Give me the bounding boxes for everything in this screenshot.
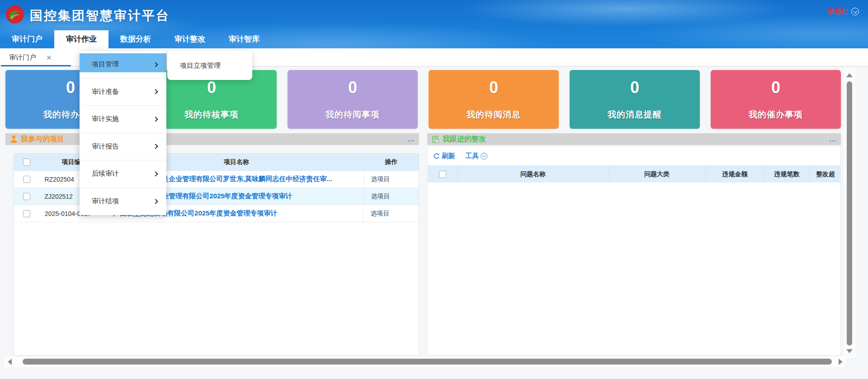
row-checkbox[interactable]: [23, 176, 30, 183]
project-name-link[interactable]: 业管理有限公司2025年度资金管理专项审计: [162, 192, 292, 200]
table-row[interactable]: RZ202504 垦企业管理有限公司罗世东,莫咏麟同志任中经济责任审... 选项…: [14, 171, 419, 188]
audit-work-dropdown-menu: 项目管理 审计准备 审计实施 审计报告 后续审计 审计结项: [80, 51, 166, 215]
card-count: 0: [288, 78, 418, 97]
card-count: 0: [570, 78, 700, 97]
menu-item-audit-closure[interactable]: 审计结项: [80, 188, 166, 215]
close-icon[interactable]: ✕: [46, 54, 52, 61]
user-menu[interactable]: 李春红: [828, 7, 859, 16]
chevron-right-icon: [153, 62, 158, 67]
menu-item-label: 后续审计: [92, 169, 154, 178]
table-row[interactable]: 2025-0104-0617 广西农垦龙北农场有限公司2025年度资金管理专项审…: [14, 205, 419, 222]
vertical-scrollbar-thumb[interactable]: [847, 81, 852, 346]
nav-item-audit-knowledge[interactable]: 审计智库: [217, 30, 271, 48]
select-all-checkbox[interactable]: [439, 171, 446, 178]
chevron-right-icon: [153, 89, 158, 94]
tab-audit-portal[interactable]: 审计门户 ✕: [0, 48, 71, 66]
chevron-right-icon: [153, 199, 158, 204]
scroll-down-arrow-icon[interactable]: [846, 349, 853, 353]
more-options-button[interactable]: ...: [829, 137, 836, 141]
card-count: 0: [429, 78, 559, 97]
table-row[interactable]: ZJ202512 业管理有限公司2025年度资金管理专项审计 选项目: [14, 188, 419, 205]
chevron-down-circle-icon[interactable]: [851, 8, 859, 15]
chevron-right-icon: [153, 117, 158, 122]
my-rectifications-header: 我跟进的整改 ...: [427, 133, 841, 145]
menu-item-audit-implementation[interactable]: 审计实施: [80, 106, 166, 133]
tools-button[interactable]: 工具: [465, 152, 487, 160]
company-logo-icon: [5, 5, 24, 24]
rectifications-box: 刷新 工具 问题名称 问题大类 违规金额 违规笔数 整改超: [427, 146, 841, 356]
menu-item-label: 审计准备: [92, 88, 154, 96]
menu-item-project-initiation[interactable]: 项目立项管理: [167, 51, 252, 80]
page-title: 国控集团智慧审计平台: [30, 7, 170, 24]
clipboard-clock-icon: [432, 136, 439, 143]
active-tab-underline: [1, 65, 71, 66]
menu-item-audit-preparation[interactable]: 审计准备: [80, 79, 166, 106]
app-header: 国控集团智慧审计平台 李春红 审计门户 审计作业 数据分析 审计整改 审计智库: [0, 0, 868, 48]
menu-item-label: 审计结项: [92, 197, 154, 206]
project-management-submenu: 项目立项管理: [167, 51, 252, 80]
rectifications-toolbar: 刷新 工具: [428, 146, 840, 165]
my-projects-header: 我参与的项目 ...: [5, 133, 419, 145]
column-header-issue-category: 问题大类: [609, 166, 706, 182]
menu-item-project-management[interactable]: 项目管理: [80, 51, 166, 79]
menu-item-label: 审计报告: [92, 142, 154, 151]
row-checkbox[interactable]: [23, 210, 30, 217]
card-count: 0: [711, 78, 841, 97]
nav-item-audit-work[interactable]: 审计作业: [54, 30, 108, 48]
user-name[interactable]: 李春红: [828, 7, 848, 16]
tab-label: 审计门户: [9, 53, 36, 62]
horizontal-scrollbar-thumb[interactable]: [23, 359, 832, 365]
menu-item-follow-up-audit[interactable]: 后续审计: [80, 160, 166, 188]
card-my-read-messages[interactable]: 0 我的待阅消息: [429, 70, 559, 129]
scroll-right-arrow-icon[interactable]: [839, 359, 843, 365]
projects-table: 项目编号 项目名称 操作 RZ202504 垦企业管理有限公司罗世东,莫咏麟同志…: [14, 153, 419, 356]
menu-item-audit-report[interactable]: 审计报告: [80, 133, 166, 161]
panel-title: 我参与的项目: [21, 135, 64, 144]
refresh-icon: [433, 153, 440, 159]
chevron-right-icon: [153, 171, 158, 176]
column-header-issue-name: 问题名称: [458, 166, 609, 182]
projects-table-header: 项目编号 项目名称 操作: [14, 154, 419, 171]
more-options-button[interactable]: ...: [407, 137, 415, 141]
nav-item-audit-rectify[interactable]: 审计整改: [163, 30, 217, 48]
my-projects-panel: 我参与的项目 ... 项目编号 项目名称 操作 RZ202504 垦企业管理有限…: [5, 133, 419, 356]
main-navbar: 审计门户 审计作业 数据分析 审计整改 审计智库: [0, 30, 271, 48]
menu-item-label: 项目管理: [92, 60, 154, 69]
select-project-link[interactable]: 选项目: [363, 171, 419, 187]
chevron-right-icon: [153, 144, 158, 149]
row-checkbox[interactable]: [23, 193, 30, 200]
nav-item-audit-portal[interactable]: 审计门户: [0, 30, 54, 48]
horizontal-scrollbar[interactable]: [4, 356, 845, 367]
project-name-link[interactable]: 垦企业管理有限公司罗世东,莫咏麟同志任中经济责任审...: [162, 175, 332, 182]
card-label: 我的待阅事项: [288, 109, 418, 121]
refresh-button[interactable]: 刷新: [433, 152, 455, 160]
column-header-rectify-overdue: 整改超: [810, 166, 840, 182]
select-all-checkbox[interactable]: [23, 159, 30, 166]
panel-title: 我跟进的整改: [443, 135, 486, 144]
person-icon: [10, 136, 18, 143]
tools-label: 工具: [465, 152, 479, 160]
card-my-read-items[interactable]: 0 我的待阅事项: [288, 70, 418, 129]
select-project-link[interactable]: 选项目: [363, 205, 419, 222]
vertical-scrollbar[interactable]: [844, 68, 855, 358]
select-project-link[interactable]: 选项目: [363, 188, 419, 205]
nav-item-data-analysis[interactable]: 数据分析: [108, 30, 163, 48]
card-label: 我的待阅消息: [429, 109, 559, 121]
rectifications-table-header: 问题名称 问题大类 违规金额 违规笔数 整改超: [428, 165, 840, 182]
column-header-violation-amount: 违规金额: [706, 166, 764, 182]
card-my-reminders[interactable]: 0 我的消息提醒: [570, 70, 700, 129]
scroll-left-arrow-icon[interactable]: [8, 359, 12, 365]
card-my-urging[interactable]: 0 我的催办事项: [711, 70, 841, 129]
card-label: 我的消息提醒: [570, 109, 700, 121]
my-rectifications-panel: 我跟进的整改 ... 刷新 工具: [427, 133, 841, 356]
refresh-label: 刷新: [442, 152, 455, 160]
column-header-action: 操作: [363, 154, 419, 170]
chevron-down-circle-icon: [481, 153, 487, 159]
card-label: 我的催办事项: [711, 109, 841, 121]
column-header-violation-count: 违规笔数: [764, 166, 810, 182]
scroll-up-arrow-icon[interactable]: [846, 73, 853, 77]
audit-platform-page: 国控集团智慧审计平台 李春红 审计门户 审计作业 数据分析 审计整改 审计智库 …: [0, 0, 868, 379]
menu-item-label: 审计实施: [92, 115, 154, 123]
